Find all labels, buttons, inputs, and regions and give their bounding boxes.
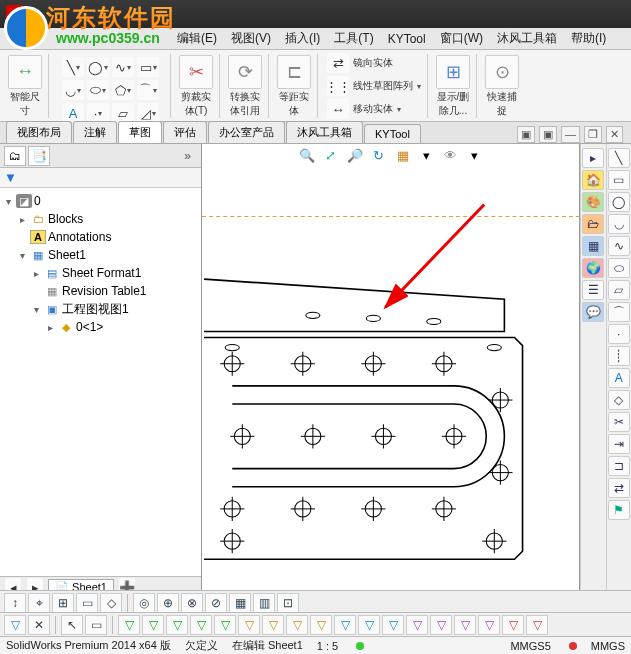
tree-drawing-view[interactable]: ▾▣工程图视图1 [2, 300, 199, 318]
tree-revision-table[interactable]: ▦Revision Table1 [2, 282, 199, 300]
tab-kytool[interactable]: KYTool [364, 124, 421, 143]
rtool-library[interactable]: 🗁 [582, 214, 604, 234]
tab-mufeng[interactable]: 沐风工具箱 [286, 121, 363, 143]
polygon-tool-button[interactable]: ⬠▾ [112, 80, 134, 100]
panel-tab-tree[interactable]: 🗂 [4, 146, 26, 166]
tree-blocks[interactable]: ▸🗀Blocks [2, 210, 199, 228]
rtool-appearances[interactable]: 🎨 [582, 192, 604, 212]
circle-tool-button[interactable]: ◯▾ [87, 57, 109, 77]
bt1-03[interactable]: ⊞ [52, 593, 74, 613]
tab-evaluate[interactable]: 评估 [163, 121, 207, 143]
point-tool-button[interactable]: ·▾ [87, 103, 109, 123]
menu-kytool[interactable]: KYTool [381, 32, 433, 46]
doc-minimize-button[interactable]: — [561, 126, 580, 143]
bt2-f7[interactable]: ▽ [262, 615, 284, 635]
rtool-home[interactable]: 🏠 [582, 170, 604, 190]
doc-btn-1[interactable]: ▣ [517, 126, 535, 143]
bt2-clear[interactable]: ✕ [28, 615, 50, 635]
tab-sketch[interactable]: 草图 [118, 121, 162, 143]
panel-collapse-button[interactable]: » [184, 149, 197, 163]
showdel-button[interactable]: ⊞ [436, 55, 470, 89]
bt2-f9[interactable]: ▽ [310, 615, 332, 635]
convert-button[interactable]: ⟳ [228, 55, 262, 89]
bt1-07[interactable]: ⊕ [157, 593, 179, 613]
doc-restore-button[interactable]: ❐ [584, 126, 602, 143]
bt2-f2[interactable]: ▽ [142, 615, 164, 635]
bt1-09[interactable]: ⊘ [205, 593, 227, 613]
rtool-line[interactable]: ╲ [608, 148, 630, 168]
bt2-f12[interactable]: ▽ [382, 615, 404, 635]
panel-tab-config[interactable]: 📑 [28, 146, 50, 166]
tab-layout[interactable]: 视图布局 [6, 121, 72, 143]
bt2-f6[interactable]: ▽ [238, 615, 260, 635]
tree-sheet-format[interactable]: ▸▤Sheet Format1 [2, 264, 199, 282]
menu-insert[interactable]: 插入(I) [278, 30, 327, 47]
tree-root[interactable]: ▾◪0 [2, 192, 199, 210]
rtool-extend[interactable]: ⇥ [608, 434, 630, 454]
offset-button[interactable]: ⊏ [277, 55, 311, 89]
menu-mufeng[interactable]: 沐风工具箱 [490, 30, 564, 47]
text-tool-button[interactable]: A [62, 103, 84, 123]
bt2-f5[interactable]: ▽ [214, 615, 236, 635]
fillet-tool-button[interactable]: ⌒▾ [137, 80, 159, 100]
bt2-f8[interactable]: ▽ [286, 615, 308, 635]
rtool-flag[interactable]: ⚑ [608, 500, 630, 520]
menu-help[interactable]: 帮助(I) [564, 30, 613, 47]
rtool-view-palette[interactable]: ▦ [582, 236, 604, 256]
bt1-04[interactable]: ▭ [76, 593, 98, 613]
chamfer-tool-button[interactable]: ◿▾ [137, 103, 159, 123]
filter-icon[interactable]: ▼ [4, 170, 20, 186]
tree-annotations[interactable]: AAnnotations [2, 228, 199, 246]
bt2-filter[interactable]: ▽ [4, 615, 26, 635]
rtool-fillet[interactable]: ⌒ [608, 302, 630, 322]
rtool-offset[interactable]: ⊐ [608, 456, 630, 476]
tab-office[interactable]: 办公室产品 [208, 121, 285, 143]
bt1-12[interactable]: ⊡ [277, 593, 299, 613]
trim-button[interactable]: ✂ [179, 55, 213, 89]
bt2-select[interactable]: ▭ [85, 615, 107, 635]
tree-part[interactable]: ▸◆0<1> [2, 318, 199, 336]
mirror-button[interactable]: ⇄ [327, 53, 349, 73]
rtool-point[interactable]: · [608, 324, 630, 344]
tree-sheet1[interactable]: ▾▦Sheet1 [2, 246, 199, 264]
rtool-mirror[interactable]: ⇄ [608, 478, 630, 498]
bt2-f15[interactable]: ▽ [454, 615, 476, 635]
rtool-centerline[interactable]: ┊ [608, 346, 630, 366]
doc-close-button[interactable]: ✕ [606, 126, 623, 143]
bt1-01[interactable]: ↕ [4, 593, 26, 613]
snap-button[interactable]: ⊙ [485, 55, 519, 89]
bt2-cursor[interactable]: ↖ [61, 615, 83, 635]
bt1-11[interactable]: ▥ [253, 593, 275, 613]
rtool-custom-props[interactable]: ☰ [582, 280, 604, 300]
bt1-02[interactable]: ⌖ [28, 593, 50, 613]
bt1-05[interactable]: ◇ [100, 593, 122, 613]
smart-dimension-button[interactable]: ↔ [8, 55, 42, 89]
ellipse-tool-button[interactable]: ⬭▾ [87, 80, 109, 100]
slot-tool-button[interactable]: ▱ [112, 103, 134, 123]
rtool-circle[interactable]: ◯ [608, 192, 630, 212]
bt2-f13[interactable]: ▽ [406, 615, 428, 635]
rtool-ellipse[interactable]: ⬭ [608, 258, 630, 278]
rtool-slot[interactable]: ▱ [608, 280, 630, 300]
rtool-scenes[interactable]: 🌍 [582, 258, 604, 278]
spline-tool-button[interactable]: ∿▾ [112, 57, 134, 77]
bt1-06[interactable]: ◎ [133, 593, 155, 613]
rtool-trim[interactable]: ✂ [608, 412, 630, 432]
rtool-spline[interactable]: ∿ [608, 236, 630, 256]
rtool-expand[interactable]: ▸ [582, 148, 604, 168]
menu-window[interactable]: 窗口(W) [433, 30, 490, 47]
line-tool-button[interactable]: ╲▾ [62, 57, 84, 77]
rtool-rect[interactable]: ▭ [608, 170, 630, 190]
rtool-plane[interactable]: ◇ [608, 390, 630, 410]
move-button[interactable]: ↔ [327, 99, 349, 119]
tab-annotation[interactable]: 注解 [73, 121, 117, 143]
bt2-f1[interactable]: ▽ [118, 615, 140, 635]
bt2-f10[interactable]: ▽ [334, 615, 356, 635]
bt2-f18[interactable]: ▽ [526, 615, 548, 635]
status-units[interactable]: MMGS5 [510, 640, 550, 652]
menu-edit[interactable]: 编辑(E) [170, 30, 224, 47]
bt2-f4[interactable]: ▽ [190, 615, 212, 635]
rtool-arc[interactable]: ◡ [608, 214, 630, 234]
rect-tool-button[interactable]: ▭▾ [137, 57, 159, 77]
menu-view[interactable]: 视图(V) [224, 30, 278, 47]
